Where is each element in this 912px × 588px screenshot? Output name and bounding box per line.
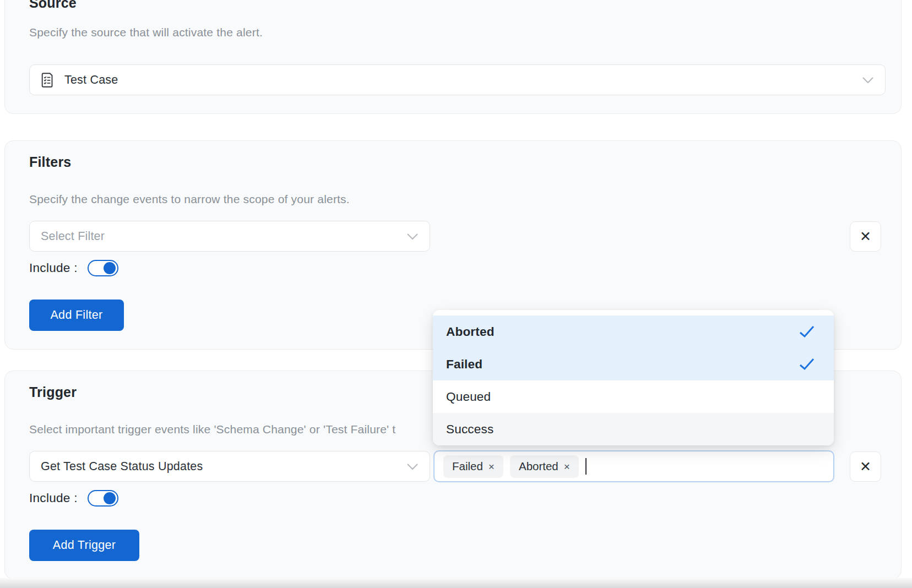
source-section-description: Specify the source that will activate th… (29, 26, 263, 39)
option-label: Aborted (446, 325, 495, 339)
trigger-include-row: Include : (29, 489, 118, 508)
bottom-fade (0, 578, 912, 588)
filter-select[interactable]: Select Filter (29, 221, 430, 252)
dropdown-option-failed[interactable]: Failed (433, 348, 834, 380)
chevron-down-icon (406, 463, 419, 470)
filter-select-placeholder: Select Filter (41, 230, 105, 243)
toggle-knob (104, 262, 116, 274)
text-cursor (585, 458, 587, 475)
check-icon (799, 358, 815, 371)
include-label: Include : (29, 261, 78, 275)
source-select-value: Test Case (64, 73, 118, 87)
status-options-dropdown: Aborted Failed Queued Success (433, 310, 834, 445)
option-label: Queued (446, 390, 491, 404)
trigger-select[interactable]: Get Test Case Status Updates (29, 451, 430, 482)
option-label: Failed (446, 357, 482, 372)
chevron-down-icon (862, 77, 874, 84)
add-trigger-button[interactable]: Add Trigger (29, 530, 139, 561)
source-section: Source Specify the source that will acti… (4, 0, 902, 114)
document-checklist-icon (41, 72, 55, 88)
option-label: Success (446, 422, 493, 437)
tag-label: Failed (452, 460, 483, 473)
trigger-section-title: Trigger (29, 384, 77, 400)
remove-trigger-button[interactable]: ✕ (850, 451, 881, 482)
dropdown-option-aborted[interactable]: Aborted (433, 315, 834, 348)
check-icon (799, 325, 815, 338)
filters-section-title: Filters (29, 154, 71, 170)
remove-tag-icon[interactable]: × (488, 461, 495, 472)
toggle-knob (104, 492, 116, 504)
status-multiselect-input[interactable]: Failed × Aborted × (433, 450, 834, 482)
filters-section-description: Specify the change events to narrow the … (29, 193, 350, 206)
add-filter-button[interactable]: Add Filter (29, 300, 124, 331)
dropdown-option-success[interactable]: Success (433, 413, 834, 445)
trigger-section-description: Select important trigger events like 'Sc… (29, 423, 395, 436)
source-select[interactable]: Test Case (29, 64, 886, 95)
dropdown-option-queued[interactable]: Queued (433, 380, 834, 413)
filter-include-row: Include : (29, 259, 118, 277)
alert-config-page: Source Specify the source that will acti… (0, 0, 912, 588)
include-toggle[interactable] (88, 490, 118, 507)
source-section-title: Source (29, 0, 77, 11)
tag-label: Aborted (519, 460, 558, 473)
selected-tag: Aborted × (510, 455, 579, 478)
selected-tag: Failed × (443, 455, 503, 478)
trigger-select-value: Get Test Case Status Updates (41, 460, 203, 473)
include-label: Include : (29, 491, 78, 505)
include-toggle[interactable] (88, 260, 118, 276)
remove-filter-button[interactable]: ✕ (850, 221, 881, 252)
remove-tag-icon[interactable]: × (564, 461, 570, 472)
chevron-down-icon (406, 233, 419, 240)
